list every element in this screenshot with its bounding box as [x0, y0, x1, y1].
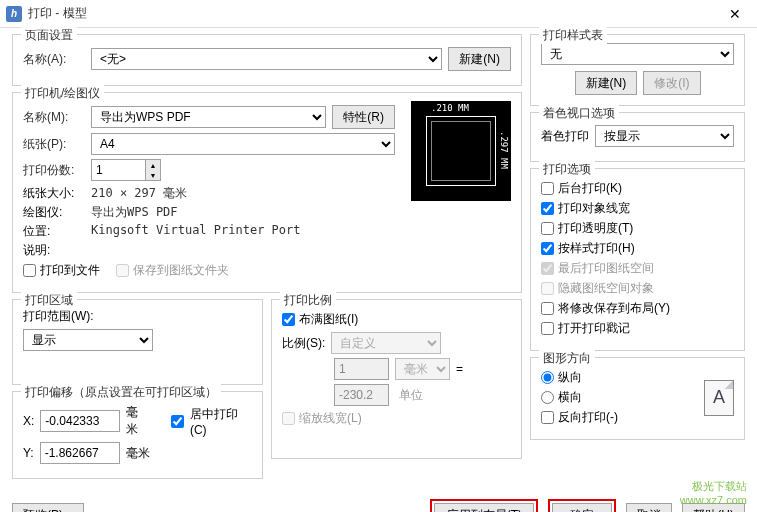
scale-unit2-label: 单位: [399, 387, 423, 404]
save-template-checkbox: [116, 264, 129, 277]
opt-bg-checkbox[interactable]: [541, 182, 554, 195]
plotter-label: 绘图仪:: [23, 204, 91, 221]
fit-paper-label: 布满图纸(I): [299, 311, 358, 328]
opt-savelayout-checkbox[interactable]: [541, 302, 554, 315]
spinner-down-icon[interactable]: ▼: [146, 170, 160, 180]
paper-label: 纸张(P):: [23, 136, 85, 153]
style-new-button[interactable]: 新建(N): [575, 71, 638, 95]
position-label: 位置:: [23, 223, 91, 240]
print-scale-title: 打印比例: [280, 292, 336, 309]
opt-bg-label: 后台打印(K): [558, 180, 622, 197]
paper-preview: .210 MM .297 MM: [411, 101, 511, 201]
preview-height-label: .297 MM: [499, 131, 509, 169]
apply-layout-button[interactable]: 应用到布局(T): [434, 503, 534, 512]
save-template-label: 保存到图纸文件夹: [133, 262, 229, 279]
print-offset-group: 打印偏移（原点设置在可打印区域） X: 毫米 居中打印(C) Y: 毫米: [12, 391, 263, 479]
ok-button[interactable]: 确定: [552, 503, 612, 512]
papersize-value: 210 × 297 毫米: [91, 185, 187, 202]
watermark: 极光下载站 www.xz7.com: [680, 479, 747, 506]
offset-x-input[interactable]: [40, 410, 120, 432]
opt-bystyle-checkbox[interactable]: [541, 242, 554, 255]
printer-title: 打印机/绘图仪: [21, 85, 104, 102]
opt-lineweight-label: 打印对象线宽: [558, 200, 630, 217]
ok-highlight: 确定: [548, 499, 616, 512]
page-new-button[interactable]: 新建(N): [448, 47, 511, 71]
spinner-up-icon[interactable]: ▲: [146, 160, 160, 170]
scale-lineweight-checkbox: [282, 412, 295, 425]
scale-val2-input: [334, 384, 389, 406]
viewport-select[interactable]: 按显示: [595, 125, 734, 147]
preview-button[interactable]: 预览(P)...: [12, 503, 84, 512]
viewport-title: 着色视口选项: [539, 105, 619, 122]
scale-ratio-label: 比例(S):: [282, 335, 325, 352]
scale-val1-input: [334, 358, 389, 380]
print-area-title: 打印区域: [21, 292, 77, 309]
viewport-group: 着色视口选项 着色打印 按显示: [530, 112, 745, 162]
scale-unit1-select: 毫米: [395, 358, 450, 380]
opt-lineweight-checkbox[interactable]: [541, 202, 554, 215]
opt-paperspace-checkbox: [541, 262, 554, 275]
opt-stamp-label: 打开打印戳记: [558, 320, 630, 337]
paper-select[interactable]: A4: [91, 133, 395, 155]
style-select[interactable]: 无: [541, 43, 734, 65]
opt-paperspace-label: 最后打印图纸空间: [558, 260, 654, 277]
opt-stamp-checkbox[interactable]: [541, 322, 554, 335]
viewport-label: 着色打印: [541, 128, 589, 145]
opt-hidepaper-label: 隐藏图纸空间对象: [558, 280, 654, 297]
desc-label: 说明:: [23, 242, 91, 259]
landscape-radio[interactable]: [541, 391, 554, 404]
copies-spinner[interactable]: ▲▼: [91, 159, 161, 181]
orientation-group: 图形方向 纵向 横向 反向打印(-) A: [530, 357, 745, 440]
fit-paper-checkbox[interactable]: [282, 313, 295, 326]
offset-y-label: Y:: [23, 446, 34, 460]
apply-highlight: 应用到布局(T): [430, 499, 538, 512]
print-range-select[interactable]: 显示: [23, 329, 153, 351]
print-scale-group: 打印比例 布满图纸(I) 比例(S): 自定义 毫米 =: [271, 299, 522, 459]
opt-bystyle-label: 按样式打印(H): [558, 240, 635, 257]
offset-y-input[interactable]: [40, 442, 120, 464]
center-print-checkbox[interactable]: [171, 415, 184, 428]
reverse-label: 反向打印(-): [558, 409, 618, 426]
print-offset-title: 打印偏移（原点设置在可打印区域）: [21, 384, 221, 401]
page-setup-title: 页面设置: [21, 27, 77, 44]
page-name-label: 名称(A):: [23, 51, 85, 68]
orientation-title: 图形方向: [539, 350, 595, 367]
style-modify-button: 修改(I): [643, 71, 700, 95]
titlebar: h 打印 - 模型 ✕: [0, 0, 757, 28]
scale-lineweight-label: 缩放线宽(L): [299, 410, 362, 427]
print-options-title: 打印选项: [539, 161, 595, 178]
close-button[interactable]: ✕: [719, 0, 751, 28]
preview-width-label: .210 MM: [431, 103, 469, 113]
portrait-label: 纵向: [558, 369, 582, 386]
scale-equals: =: [456, 362, 463, 376]
style-table-group: 打印样式表 无 新建(N) 修改(I): [530, 34, 745, 106]
footer: 预览(P)... 应用到布局(T) 确定 取消 帮助(H): [0, 491, 757, 512]
copies-label: 打印份数:: [23, 162, 85, 179]
printer-name-select[interactable]: 导出为WPS PDF: [91, 106, 326, 128]
print-to-file-checkbox[interactable]: [23, 264, 36, 277]
cancel-button[interactable]: 取消: [626, 503, 672, 512]
offset-y-unit: 毫米: [126, 445, 150, 462]
portrait-radio[interactable]: [541, 371, 554, 384]
print-area-group: 打印区域 打印范围(W): 显示: [12, 299, 263, 385]
copies-input[interactable]: [91, 159, 146, 181]
window-title: 打印 - 模型: [28, 5, 719, 22]
page-setup-group: 页面设置 名称(A): <无> 新建(N): [12, 34, 522, 86]
print-options-group: 打印选项 后台打印(K) 打印对象线宽 打印透明度(T) 按样式打印(H) 最后…: [530, 168, 745, 351]
reverse-checkbox[interactable]: [541, 411, 554, 424]
papersize-label: 纸张大小:: [23, 185, 91, 202]
print-range-label: 打印范围(W):: [23, 308, 252, 325]
opt-savelayout-label: 将修改保存到布局(Y): [558, 300, 670, 317]
page-name-select[interactable]: <无>: [91, 48, 442, 70]
style-table-title: 打印样式表: [539, 27, 607, 44]
position-value: Kingsoft Virtual Printer Port: [91, 223, 301, 240]
printer-name-label: 名称(M):: [23, 109, 85, 126]
opt-hidepaper-checkbox: [541, 282, 554, 295]
printer-group: 打印机/绘图仪 名称(M): 导出为WPS PDF 特性(R) 纸张(P): A…: [12, 92, 522, 293]
orientation-icon: A: [704, 380, 734, 416]
opt-transparency-checkbox[interactable]: [541, 222, 554, 235]
landscape-label: 横向: [558, 389, 582, 406]
center-print-label: 居中打印(C): [190, 406, 252, 437]
printer-props-button[interactable]: 特性(R): [332, 105, 395, 129]
scale-ratio-select: 自定义: [331, 332, 441, 354]
